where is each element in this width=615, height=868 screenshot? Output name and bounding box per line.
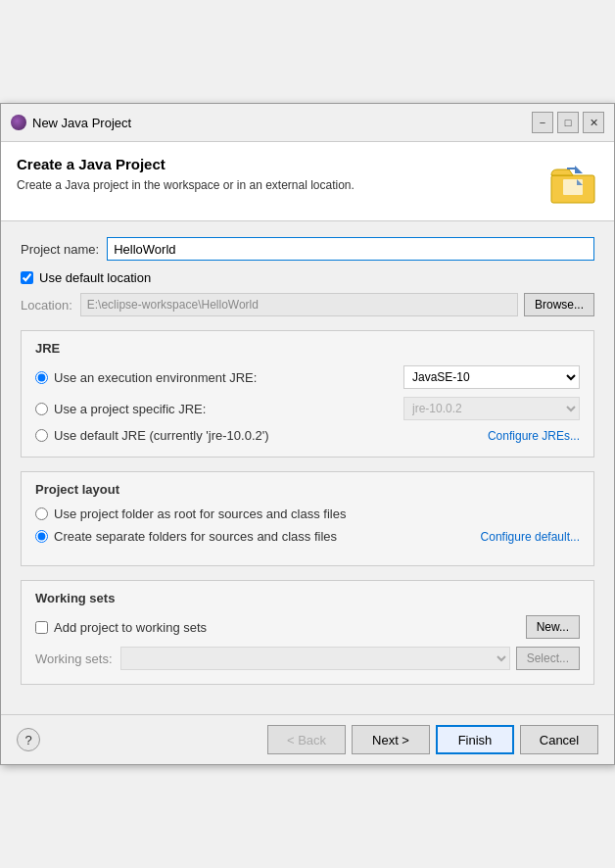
select-working-set-button: Select... [516,647,580,670]
finish-button[interactable]: Finish [436,725,514,754]
project-layout-group: Project layout Use project folder as roo… [21,471,594,566]
jre-option1-row: Use an execution environment JRE: JavaSE… [35,365,580,389]
footer-buttons: < Back Next > Finish Cancel [267,725,598,754]
folder-icon [547,156,598,207]
header-section: Create a Java Project Create a Java proj… [1,142,614,221]
header-title: Create a Java Project [17,156,355,172]
header-text: Create a Java Project Create a Java proj… [17,156,355,192]
location-row: Location: Browse... [21,293,594,316]
eclipse-icon [11,115,26,130]
location-input [80,293,518,316]
next-button[interactable]: Next > [352,725,430,754]
use-default-location-row: Use default location [21,270,594,285]
working-sets-title: Working sets [35,591,580,605]
title-bar-controls: − □ ✕ [532,112,604,133]
location-label: Location: [21,298,72,313]
title-bar: New Java Project − □ ✕ [1,104,614,142]
layout-option2-radio[interactable] [35,530,48,543]
back-button[interactable]: < Back [267,725,346,754]
maximize-button[interactable]: □ [557,112,579,133]
use-default-location-label: Use default location [39,270,151,285]
jre-group-title: JRE [35,341,580,356]
project-layout-title: Project layout [35,482,580,497]
working-sets-add-row: Add project to working sets New... [35,615,580,639]
jre-option2-label: Use a project specific JRE: [54,402,403,416]
jre-option1-label: Use an execution environment JRE: [54,370,403,385]
jre-option1-radio[interactable] [35,371,48,384]
layout-option2-label: Create separate folders for sources and … [54,529,481,544]
use-default-location-checkbox[interactable] [21,271,33,284]
configure-default-link[interactable]: Configure default... [481,530,580,544]
jre-group: JRE Use an execution environment JRE: Ja… [21,330,594,458]
jre-option3-label: Use default JRE (currently 'jre-10.0.2') [54,428,488,443]
window-title: New Java Project [32,116,131,130]
add-to-working-sets-checkbox[interactable] [35,621,48,634]
jre-environment-dropdown[interactable]: JavaSE-10 JavaSE-11 JavaSE-8 [403,365,580,389]
layout-option1-label: Use project folder as root for sources a… [54,506,580,521]
layout-option1-row: Use project folder as root for sources a… [35,506,580,521]
svg-rect-2 [563,179,583,195]
configure-jres-link[interactable]: Configure JREs... [488,429,580,443]
project-name-input[interactable] [107,237,594,261]
cancel-button[interactable]: Cancel [520,725,598,754]
working-sets-section: Working sets Add project to working sets… [21,580,594,685]
title-bar-left: New Java Project [11,115,131,130]
help-button[interactable]: ? [17,728,40,751]
main-content: Project name: Use default location Locat… [1,221,614,714]
footer: ? < Back Next > Finish Cancel [1,714,614,764]
minimize-button[interactable]: − [532,112,553,133]
jre-option2-row: Use a project specific JRE: jre-10.0.2 [35,397,580,420]
working-sets-dropdown-row: Working sets: Select... [35,647,580,670]
main-window: New Java Project − □ ✕ Create a Java Pro… [0,103,615,765]
browse-button[interactable]: Browse... [524,293,594,316]
jre-specific-dropdown: jre-10.0.2 [403,397,580,420]
close-button[interactable]: ✕ [583,112,604,133]
project-name-label: Project name: [21,242,99,257]
new-working-set-button[interactable]: New... [526,615,580,639]
working-sets-label: Working sets: [35,651,113,666]
jre-option3-row: Use default JRE (currently 'jre-10.0.2')… [35,428,580,443]
project-name-row: Project name: [21,237,594,261]
header-description: Create a Java project in the workspace o… [17,178,355,192]
jre-option3-radio[interactable] [35,429,48,442]
jre-option2-radio[interactable] [35,403,48,415]
working-sets-dropdown [120,647,510,670]
layout-option2-row: Create separate folders for sources and … [35,529,580,544]
layout-option1-radio[interactable] [35,507,48,520]
add-working-sets-label: Add project to working sets [54,620,526,635]
